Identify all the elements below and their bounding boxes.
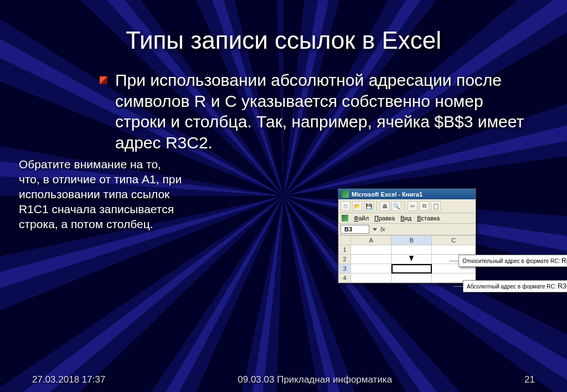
excel-menu-logo-icon — [342, 215, 348, 221]
callout-relative-value: R[0]C[0] — [561, 257, 567, 265]
print-icon: 🖶 — [380, 201, 390, 211]
corner-cell — [339, 236, 351, 245]
save-icon: 💾 — [364, 201, 374, 211]
cell — [391, 245, 432, 255]
excel-window-title: Microsoft Excel - Книга1 — [352, 191, 422, 198]
row-header-1: 1 — [339, 245, 351, 255]
active-cell — [391, 264, 432, 274]
footer-course: 09.03.03 Прикладная информатика — [238, 374, 392, 385]
excel-titlebar: Microsoft Excel - Книга1 — [338, 189, 476, 199]
body-text: При использовании абсолютной адресации п… — [115, 70, 534, 153]
cell — [351, 264, 391, 274]
slide-title: Типы записи ссылок в Excel — [33, 27, 534, 54]
footer: 27.03.2018 17:37 09.03.03 Прикладная инф… — [0, 374, 567, 385]
excel-menubar: Файл Правка Вид Вставка — [338, 213, 476, 224]
excel-window: Microsoft Excel - Книга1 □ 📂 💾 🖶 🔍 ✂ ⧉ 📋… — [338, 188, 476, 283]
toolbar-separator — [377, 201, 377, 211]
menu-view: Вид — [400, 215, 411, 221]
name-box: B3 — [341, 225, 369, 234]
row-header-4: 4 — [339, 274, 351, 283]
menu-file: Файл — [354, 215, 369, 221]
dropdown-icon — [373, 228, 377, 231]
callout-absolute-value: R3C2 — [558, 282, 567, 290]
cell — [391, 274, 432, 283]
paste-icon: 📋 — [431, 201, 441, 211]
callout-relative-label: Относительный адрес в формате RC: — [462, 258, 560, 264]
new-icon: □ — [341, 201, 350, 211]
row-header-3: 3 — [339, 264, 351, 274]
excel-formula-bar: B3 fx — [338, 224, 476, 235]
callout-absolute-label: Абсолютный адрес в формате RC: — [467, 283, 556, 290]
cell — [351, 245, 391, 255]
excel-grid: A B C 1 2 3 — [338, 235, 476, 283]
preview-icon: 🔍 — [391, 201, 401, 211]
bullet-icon — [100, 76, 107, 84]
footer-date: 27.03.2018 17:37 — [32, 374, 105, 385]
cell — [432, 245, 476, 255]
body-row: При использовании абсолютной адресации п… — [100, 70, 534, 153]
footer-slide-number: 21 — [524, 374, 535, 385]
cell — [351, 255, 391, 264]
col-header-b: B — [391, 236, 432, 245]
col-header-a: A — [351, 236, 391, 245]
col-header-c: C — [432, 236, 476, 245]
copy-icon: ⧉ — [419, 201, 429, 211]
cell — [351, 274, 391, 283]
menu-edit: Правка — [374, 215, 395, 221]
arrow-down-icon — [391, 255, 432, 264]
callout-relative: Относительный адрес в формате RC: R[0]C[… — [458, 255, 567, 267]
note-text: Обратите внимание на то, что, в отличие … — [19, 157, 185, 231]
cut-icon: ✂ — [408, 201, 417, 211]
row-header-2: 2 — [339, 255, 351, 264]
fx-label: fx — [380, 226, 385, 233]
menu-insert: Вставка — [417, 215, 440, 221]
excel-screenshot: Microsoft Excel - Книга1 □ 📂 💾 🖶 🔍 ✂ ⧉ 📋… — [338, 188, 537, 283]
open-icon: 📂 — [352, 201, 362, 211]
slide: Типы записи ссылок в Excel При использов… — [0, 0, 567, 392]
toolbar-separator — [404, 201, 405, 211]
excel-toolbar: □ 📂 💾 🖶 🔍 ✂ ⧉ 📋 — [338, 199, 476, 213]
excel-logo-icon — [342, 190, 349, 198]
callout-absolute: Абсолютный адрес в формате RC: R3C2 — [463, 280, 567, 292]
